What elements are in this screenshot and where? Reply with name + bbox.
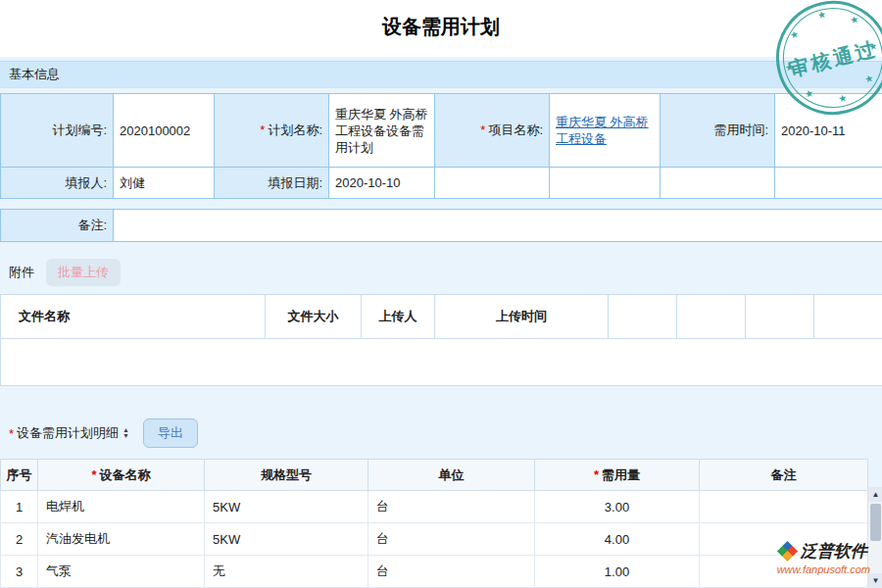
filler-value: 刘健 <box>114 168 215 199</box>
plan-no-value: 2020100002 <box>114 94 215 168</box>
cell-equipment-name: 气泵 <box>38 556 205 588</box>
file-name-header: 文件名称 <box>1 295 266 339</box>
cell-no: 1 <box>1 491 38 523</box>
page-title: 设备需用计划 <box>382 14 500 40</box>
cell-equipment-name: 电焊机 <box>38 491 205 523</box>
attachments-label: 附件 <box>9 264 34 281</box>
plan-name-label: *计划名称: <box>215 94 329 168</box>
cell-no: 3 <box>1 556 38 588</box>
sort-down-icon: ▼ <box>122 433 129 439</box>
cell-qty: 1.00 <box>535 556 700 588</box>
cell-spec: 5KW <box>205 523 368 556</box>
brand-name: 泛普软件 <box>801 540 867 563</box>
qty-header: *需用量 <box>535 460 700 491</box>
attachments-empty-row <box>1 339 882 386</box>
need-time-value: 2020-10-11 <box>775 94 882 168</box>
upload-time-header: 上传时间 <box>435 295 609 339</box>
batch-upload-button[interactable]: 批量上传 <box>46 259 121 286</box>
need-time-label: 需用时间: <box>661 94 775 168</box>
basic-info-title: 基本信息 <box>9 66 60 83</box>
cell-unit: 台 <box>368 491 535 523</box>
cell-qty: 3.00 <box>535 491 700 523</box>
cell-unit: 台 <box>368 523 535 556</box>
cell-qty: 4.00 <box>535 523 700 556</box>
basic-info-form: 计划编号: 2020100002 *计划名称: 重庆华夏 外高桥工程设备设备需用… <box>0 93 882 199</box>
remark-value <box>114 210 882 242</box>
details-section-title: 设备需用计划明细 <box>17 424 119 442</box>
project-name-label: *项目名称: <box>435 94 550 168</box>
empty-cell <box>775 168 882 199</box>
scroll-down-button[interactable]: ▼ <box>868 573 882 588</box>
qty-header-text: 需用量 <box>602 467 640 482</box>
cell-equipment-name: 汽油发电机 <box>38 523 205 556</box>
project-name-value: 重庆华夏 外高桥工程设备 <box>550 94 661 168</box>
table-row: 2 汽油发电机 5KW 台 4.00 <box>1 523 868 556</box>
cell-no: 2 <box>1 523 38 556</box>
details-bar: * 设备需用计划明细 ▲ ▼ 导出 <box>0 416 882 451</box>
basic-info-section-header: 基本信息 <box>0 61 882 88</box>
plan-no-label: 计划编号: <box>1 94 114 168</box>
no-header: 序号 <box>1 460 38 491</box>
empty-header <box>677 295 746 339</box>
cell-spec: 无 <box>205 556 368 588</box>
empty-cell <box>550 168 661 199</box>
details-table: 序号 *设备名称 规格型号 单位 *需用量 备注 1 电焊机 5KW 台 3.0… <box>0 459 868 588</box>
export-button[interactable]: 导出 <box>143 418 198 448</box>
cell-spec: 5KW <box>205 491 368 523</box>
scroll-up-button[interactable]: ▲ <box>868 487 882 502</box>
equipment-name-header: *设备名称 <box>38 460 205 491</box>
empty-cell <box>435 168 550 199</box>
table-row: 1 电焊机 5KW 台 3.00 <box>1 491 868 523</box>
remark-row: 备注: <box>0 209 882 242</box>
required-mark: * <box>91 467 96 482</box>
spec-header: 规格型号 <box>205 460 368 491</box>
empty-header <box>746 295 814 339</box>
brand-url: www.fanpusoft.com <box>777 564 870 575</box>
brand-row: 泛普软件 <box>777 540 870 563</box>
required-mark: * <box>594 467 599 482</box>
file-size-header: 文件大小 <box>266 295 362 339</box>
remark-header: 备注 <box>700 460 868 491</box>
table-row: 3 气泵 无 台 1.00 <box>1 556 868 588</box>
plan-name-value: 重庆华夏 外高桥工程设备设备需用计划 <box>329 94 435 168</box>
unit-header: 单位 <box>368 460 535 491</box>
required-mark: * <box>9 426 14 441</box>
plan-name-label-text: 计划名称: <box>268 122 322 137</box>
empty-header <box>814 295 882 339</box>
title-bar: 设备需用计划 <box>0 0 882 54</box>
filler-label: 填报人: <box>1 168 114 199</box>
project-name-link[interactable]: 重庆华夏 外高桥工程设备 <box>556 115 649 146</box>
attachments-table: 文件名称 文件大小 上传人 上传时间 <box>0 294 882 386</box>
fill-date-label: 填报日期: <box>215 168 329 199</box>
attachments-bar: 附件 批量上传 <box>0 258 882 287</box>
empty-header <box>609 295 677 339</box>
equipment-name-header-text: 设备名称 <box>100 467 151 482</box>
cell-remark <box>700 491 868 523</box>
scroll-thumb[interactable] <box>870 504 881 541</box>
fanpu-logo-icon <box>777 541 798 562</box>
uploader-header: 上传人 <box>362 295 435 339</box>
required-mark: * <box>260 122 265 137</box>
remark-label: 备注: <box>1 210 114 242</box>
cell-unit: 台 <box>368 556 535 588</box>
project-name-label-text: 项目名称: <box>488 122 543 137</box>
empty-cell <box>661 168 775 199</box>
sort-icon[interactable]: ▲ ▼ <box>122 427 129 439</box>
required-mark: * <box>480 122 485 137</box>
fill-date-value: 2020-10-10 <box>329 168 435 199</box>
vendor-watermark: 泛普软件 www.fanpusoft.com <box>777 540 870 575</box>
